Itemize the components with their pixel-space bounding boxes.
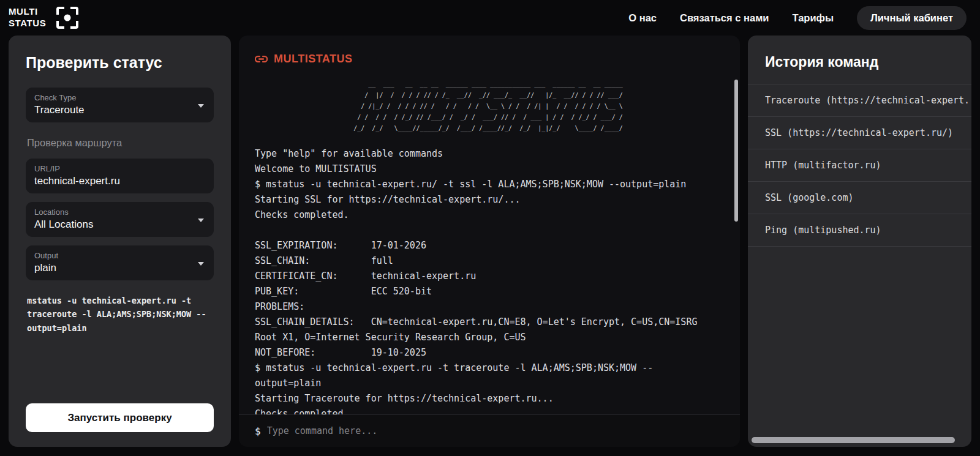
ascii-art-banner: __ ___ __ __ __ ______ ____ ___________ … [353,79,623,134]
run-check-button[interactable]: Запустить проверку [26,403,214,432]
url-value: technical-expert.ru [34,175,205,187]
check-type-label: Check Type [34,93,205,102]
terminal-line: $ mstatus -u technical-expert.ru/ -t ssl… [255,177,711,192]
locations-label: Locations [34,207,205,217]
section-label: Проверка маршрута [27,137,214,149]
top-bar: MULTI STATUS О нас Связаться с нами Тари… [0,0,980,36]
terminal-command-input[interactable] [267,425,724,436]
output-select[interactable]: Output plain [26,245,214,280]
terminal-line: PROBLEMS: [255,299,711,315]
locations-value: All Locations [34,219,205,231]
main-content: Проверить статус Check Type Traceroute П… [0,36,980,447]
scan-frame-icon [56,6,79,29]
history-item[interactable]: Ping (multipushed.ru) [748,214,971,247]
url-label: URL/IP [34,164,205,173]
chevron-down-icon [198,219,204,222]
logo-text: MULTI STATUS [9,6,46,29]
locations-select[interactable]: Locations All Locations [26,202,214,237]
history-item[interactable]: Traceroute (https://technical-expert. [748,84,971,117]
nav-tariffs[interactable]: Тарифы [793,12,834,24]
check-status-panel: Проверить статус Check Type Traceroute П… [9,36,231,447]
terminal-input-row: $ [239,414,740,447]
terminal-output: __ ___ __ __ __ ______ ____ ___________ … [239,68,740,414]
url-input[interactable]: URL/IP technical-expert.ru [26,159,214,193]
nav-about[interactable]: О нас [628,12,657,24]
chevron-down-icon [198,104,204,108]
check-type-value: Traceroute [34,104,205,116]
terminal-line: SSL_EXPIRATION: 17-01-2026 [255,238,711,253]
history-horizontal-scrollbar[interactable] [752,437,955,443]
check-type-select[interactable]: Check Type Traceroute [26,88,214,122]
terminal-line: SSL_CHAIN_DETAILS: CN=technical-expert.r… [255,315,711,345]
terminal-line: Welcome to MULTISTATUS [255,162,711,177]
main-nav: О нас Связаться с нами Тарифы Личный каб… [628,6,967,30]
form-title: Проверить статус [26,54,214,72]
history-item[interactable]: SSL (https://technical-expert.ru/) [748,117,971,149]
history-item[interactable]: HTTP (multifactor.ru) [748,149,971,182]
terminal-vertical-scrollbar[interactable] [734,80,738,222]
command-preview: mstatus -u technical-expert.ru -t tracer… [27,294,214,335]
history-item[interactable]: SSL (google.com) [748,182,971,214]
prompt-symbol: $ [255,425,261,437]
logo[interactable]: MULTI STATUS [9,6,79,29]
terminal-title: MULTISTATUS [274,53,352,65]
terminal-line: Checks completed. [255,406,711,414]
link-icon [255,53,268,65]
terminal-line: SSL_CHAIN: full [255,253,711,269]
output-label: Output [34,251,205,260]
terminal-line: Checks completed. [255,207,711,223]
command-history-panel: История команд Traceroute (https://techn… [748,36,971,447]
terminal-line: Starting SSL for https://technical-exper… [255,192,711,207]
nav-contact[interactable]: Связаться с нами [680,12,769,24]
account-button[interactable]: Личный кабинет [857,6,967,30]
chevron-down-icon [198,262,204,266]
terminal-line: NOT_BEFORE: 19-10-2025 [255,345,711,361]
terminal-line: Starting Traceroute for https://technica… [255,391,711,406]
terminal-line [255,223,711,238]
terminal-line: CERTIFICATE_CN: technical-expert.ru [255,269,711,284]
terminal-header: MULTISTATUS [239,36,740,68]
terminal-panel: MULTISTATUS __ ___ __ __ __ ______ ____ … [239,36,740,447]
output-value: plain [34,262,205,274]
terminal-line: Type "help" for available commands [255,146,711,162]
terminal-line: PUB_KEY: ECC 520-bit [255,284,711,299]
terminal-line: $ mstatus -u technical-expert.ru -t trac… [255,361,711,391]
history-title: История команд [765,54,954,70]
